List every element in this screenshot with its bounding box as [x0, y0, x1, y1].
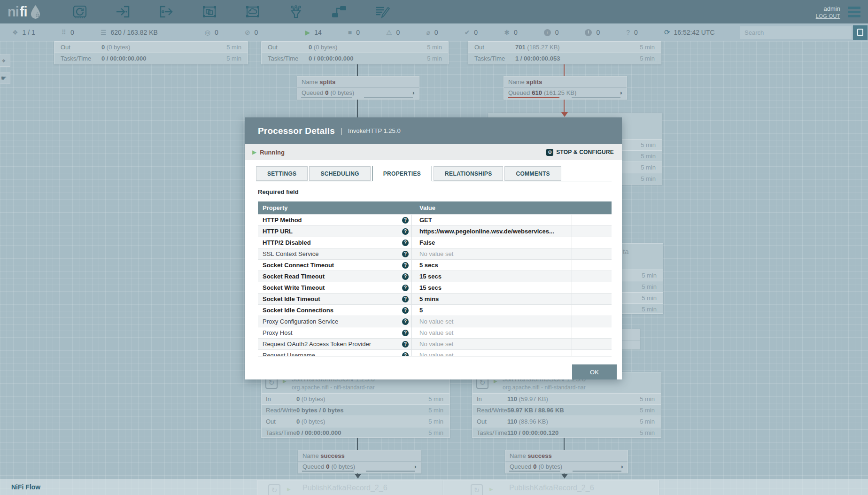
queue-fill-bar [301, 97, 352, 98]
processor-node-partial[interactable]: Out0 (0 bytes)5 minTasks/Time0 / 00:00:0… [54, 41, 248, 64]
property-value-cell: 15 secs [412, 271, 572, 282]
status-stopped-count: 0 [356, 29, 360, 36]
status-disabled-count: 0 [434, 29, 438, 36]
stop-configure-icon: ⚙ [546, 149, 553, 156]
status-locally-modified-stale: !0 [585, 29, 600, 36]
help-icon[interactable]: ? [402, 352, 409, 357]
processor-node-partial[interactable]: Out701 (185.27 KB)5 minTasks/Time1 / 00:… [468, 41, 661, 64]
processor-node[interactable]: ↻▶JoltTransformJSON 1.25.0org.apache.nif… [472, 372, 661, 438]
stat-value: 0 / 00:00:00.000 [101, 55, 146, 62]
status-transmitting: ◎0 [205, 29, 218, 36]
queue-fill-bar [508, 97, 559, 98]
breadcrumb[interactable]: NiFi Flow [11, 483, 40, 491]
property-value-cell: False [412, 237, 572, 248]
stat-label: Out [474, 44, 484, 51]
toolbar-funnel[interactable] [287, 5, 304, 19]
connection-name-row: Name splits [504, 77, 627, 88]
stat-label: In [477, 395, 482, 402]
processor-bundle: org.apache.nifi - nifi-standard-nar [503, 384, 586, 391]
queue-icon: ☰ [101, 29, 107, 36]
threads-icon: ⠿ [62, 29, 66, 36]
help-icon[interactable]: ? [402, 262, 409, 269]
refresh-status: ⟳ 16:52:42 UTC [664, 28, 715, 37]
navigate-palette-button[interactable]: ⌖ [0, 54, 10, 67]
processor-icon [71, 12, 88, 20]
stat-window: 5 min [640, 55, 655, 62]
toolbar-remote-process-group[interactable] [244, 5, 261, 19]
help-icon[interactable]: ? [402, 296, 409, 302]
property-name: SSL Context Service [263, 250, 402, 257]
connection-queued-row: Queued0(0 bytes)◑ [297, 88, 419, 97]
help-icon[interactable]: ? [402, 285, 409, 291]
stop-and-configure-button[interactable]: ⚙ STOP & CONFIGURE [546, 149, 614, 156]
property-row: Proxy Host?No value set [258, 327, 612, 338]
help-icon[interactable]: ? [402, 318, 409, 325]
stat-window: 5 min [427, 55, 442, 62]
help-icon[interactable]: ? [402, 240, 409, 246]
refresh-icon[interactable]: ⟳ [664, 28, 670, 37]
help-icon[interactable]: ? [402, 341, 409, 348]
breadcrumb-bar: NiFi Flow [0, 479, 868, 495]
processor-node[interactable]: ↻▶JoltTransformJSON 1.25.0org.apache.nif… [261, 372, 450, 438]
notes-button[interactable] [853, 25, 868, 40]
logout-link[interactable]: LOG OUT [816, 13, 840, 19]
property-value: No value set [419, 250, 453, 257]
connection-label[interactable]: Name successQueued0(0 bytes)◑ [505, 450, 628, 473]
operate-palette-button[interactable]: ☛ [0, 72, 10, 84]
stat-value: 0 (0 bytes) [101, 44, 130, 51]
search-input[interactable] [740, 26, 852, 39]
value-column-header: Value [412, 204, 572, 211]
tab-relationships[interactable]: RELATIONSHIPS [434, 166, 503, 181]
help-icon[interactable]: ? [402, 273, 409, 280]
status-locally-modified-count: 0 [514, 29, 518, 36]
stat-label: Read/Write [477, 407, 507, 414]
extra-cell [572, 294, 612, 304]
not-transmitting-icon: ⊘ [245, 29, 250, 36]
stat-row: In110 (59.97 KB)5 min [473, 393, 661, 404]
nifi-logo: nifi [8, 5, 41, 19]
tab-properties[interactable]: PROPERTIES [372, 166, 432, 181]
stat-window: 5 min [428, 429, 443, 436]
connection-queued-row: Queued0(0 bytes)◑ [505, 462, 628, 471]
toolbar-process-group[interactable] [201, 5, 218, 19]
navigate-icon: ⌖ [2, 57, 6, 65]
tab-comments[interactable]: COMMENTS [504, 166, 561, 181]
toolbar-label[interactable] [374, 5, 391, 19]
processor-bundle: org.apache.nifi - nifi-standard-nar [292, 384, 375, 391]
help-icon[interactable]: ? [402, 228, 409, 235]
connection-label[interactable]: Name successQueued0(0 bytes)◑ [298, 450, 421, 473]
property-value: No value set [419, 329, 453, 336]
help-icon[interactable]: ? [402, 251, 409, 257]
dialog-tabs: SETTINGSSCHEDULINGPROPERTIESRELATIONSHIP… [256, 160, 612, 181]
connection-label[interactable]: Name splitsQueued0(0 bytes)◑ [297, 76, 419, 100]
help-icon[interactable]: ? [402, 217, 409, 224]
tab-scheduling[interactable]: SCHEDULING [309, 166, 370, 181]
status-items: ❖1 / 1⠿0☰620 / 163.82 KB◎0⊘0▶14■0⚠0⌀0✔0✱… [12, 29, 664, 36]
global-menu-icon[interactable] [848, 7, 860, 17]
status-sync-failure: ?0 [626, 29, 638, 36]
nifi-app: nifi admin LOG OUT ❖1 / 1⠿0☰620 / 163.82… [0, 0, 868, 495]
toolbar-processor[interactable] [71, 5, 88, 19]
property-row: Request Username?No value set [258, 349, 612, 356]
queue-fill-bar [302, 471, 354, 472]
stat-value: 0 (0 bytes) [296, 395, 325, 402]
property-name-cell: HTTP/2 Disabled? [258, 237, 412, 248]
toolbar-template[interactable] [331, 5, 348, 19]
queue-gauge-icon: ◑ [619, 89, 622, 96]
toolbar-output-port[interactable] [158, 5, 175, 19]
ok-button[interactable]: OK [572, 364, 617, 379]
extra-cell [572, 271, 612, 282]
logo-text-fi: fi [20, 5, 27, 19]
dialog-status-row: ▶ Running ⚙ STOP & CONFIGURE [245, 144, 622, 160]
toolbar-input-port[interactable] [115, 5, 132, 19]
queued-label: Queued [302, 89, 323, 96]
tab-settings[interactable]: SETTINGS [256, 166, 308, 181]
help-icon[interactable]: ? [402, 330, 409, 336]
processor-node-partial[interactable]: Out0 (0 bytes)5 minTasks/Time0 / 00:00:0… [261, 41, 449, 64]
help-icon[interactable]: ? [402, 307, 409, 314]
status-sync-failure-count: 0 [634, 29, 638, 36]
username: admin [824, 5, 840, 12]
connection-label[interactable]: Name splitsQueued610(161.25 KB)◑ [504, 76, 627, 100]
queued-label: Queued [510, 463, 531, 470]
stat-window: 5 min [428, 407, 443, 414]
